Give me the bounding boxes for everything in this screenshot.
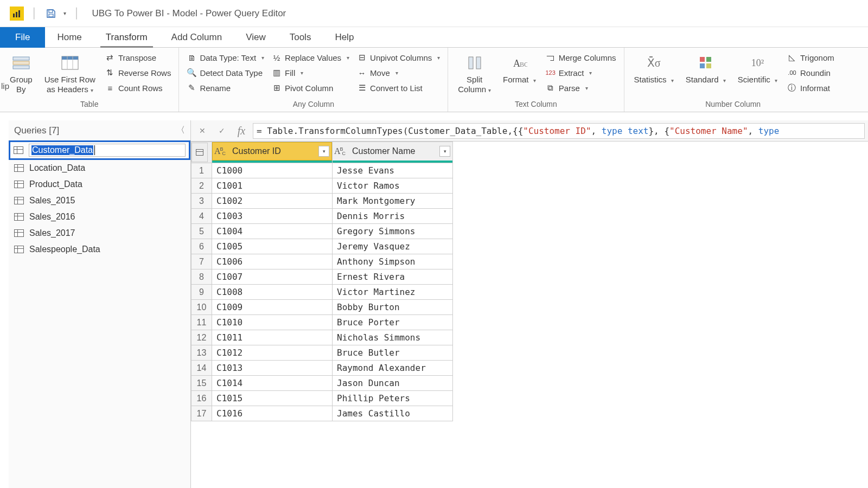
tab-tools[interactable]: Tools [278, 27, 323, 48]
ribbon-group-number-column: X̄σ Statistics ▾ Standard ▾ 10² Scientif… [624, 48, 842, 112]
svg-rect-6 [13, 61, 29, 65]
group-label-number-column: Number Column [624, 98, 842, 112]
svg-rect-0 [13, 14, 15, 17]
split-icon [465, 53, 484, 73]
tab-transform[interactable]: Transform [94, 27, 159, 48]
transpose-button[interactable]: ⇄Transpose [103, 51, 174, 64]
standard-label: Standard [686, 75, 719, 84]
headers-icon [60, 53, 80, 73]
trig-icon: ◺ [787, 53, 797, 62]
svg-rect-13 [476, 57, 481, 69]
info-icon: ⓘ [787, 83, 797, 93]
format-button[interactable]: ABC Format ▾ [499, 51, 540, 87]
list-icon: ☰ [357, 83, 367, 93]
qat-dropdown-icon[interactable]: ▾ [63, 10, 66, 16]
split-column-label: Split Column [458, 75, 486, 94]
save-button[interactable] [45, 8, 57, 20]
replace-values-button[interactable]: ½Replace Values▾ [270, 51, 352, 64]
ribbon-group-text-column: Split Column▾ ABC Format ▾ ⫎Merge Column… [448, 48, 624, 112]
split-column-button[interactable]: Split Column▾ [454, 51, 495, 97]
chevron-down-icon: ▾ [395, 70, 398, 76]
extract-button[interactable]: 123Extract▾ [544, 66, 618, 79]
extract-label: Extract [559, 68, 584, 78]
separator-icon: │ [73, 8, 81, 19]
scientific-label: Scientific [738, 75, 770, 84]
detect-type-label: Detect Data Type [200, 68, 263, 78]
tab-file[interactable]: File [0, 27, 45, 48]
statistics-button[interactable]: X̄σ Statistics ▾ [630, 51, 678, 87]
svg-rect-1 [16, 12, 17, 17]
title-bar: │ ▾ │ UBG To Power BI - Model - Power Qu… [0, 0, 868, 27]
standard-button[interactable]: Standard ▾ [681, 51, 730, 87]
svg-rect-7 [13, 66, 29, 69]
convert-list-button[interactable]: ☰Convert to List [355, 81, 442, 94]
parse-button[interactable]: ⧉Parse▾ [544, 81, 618, 94]
pivot-button[interactable]: ⊞Pivot Column [270, 81, 352, 94]
statistics-icon: X̄σ [644, 53, 663, 73]
reverse-icon: ⇅ [105, 68, 115, 78]
rename-label: Rename [200, 84, 231, 93]
svg-rect-4 [49, 14, 53, 17]
app-icon [10, 7, 24, 21]
svg-rect-19 [706, 63, 711, 68]
unpivot-button[interactable]: ⊟Unpivot Columns▾ [355, 51, 442, 64]
extract-icon: 123 [546, 68, 556, 78]
standard-icon [696, 53, 716, 73]
group-label-any-column: Any Column [179, 98, 448, 112]
merge-columns-label: Merge Columns [559, 53, 616, 62]
move-button[interactable]: ↔Move▾ [355, 66, 442, 79]
svg-rect-9 [62, 56, 78, 60]
tab-add-column[interactable]: Add Column [159, 27, 234, 48]
merge-columns-button[interactable]: ⫎Merge Columns [544, 51, 618, 64]
use-first-row-label: Use First Row as Headers [44, 75, 95, 94]
group-by-icon [11, 53, 31, 73]
svg-text:BC: BC [520, 61, 527, 68]
tab-home[interactable]: Home [45, 27, 93, 48]
parse-label: Parse [559, 84, 580, 93]
merge-icon: ⫎ [546, 53, 556, 62]
format-icon: ABC [509, 53, 529, 73]
data-type-icon: 🗎 [187, 53, 196, 62]
tab-help[interactable]: Help [323, 27, 366, 48]
group-label-table: Table [0, 98, 178, 112]
group-by-button[interactable]: Group By [5, 51, 37, 97]
data-type-button[interactable]: 🗎Data Type: Text▾ [184, 51, 266, 64]
transpose-icon: ⇄ [105, 53, 115, 62]
replace-values-label: Replace Values [285, 53, 341, 62]
svg-rect-18 [700, 63, 705, 68]
ribbon-tab-strip: File Home Transform Add Column View Tool… [0, 27, 868, 48]
parse-icon: ⧉ [546, 83, 556, 93]
rounding-button[interactable]: .00Roundin [785, 66, 837, 79]
chevron-down-icon: ▾ [775, 78, 777, 84]
svg-rect-17 [706, 57, 711, 62]
pivot-label: Pivot Column [285, 84, 333, 93]
trig-button[interactable]: ◺Trigonom [785, 51, 837, 64]
scientific-button[interactable]: 10² Scientific ▾ [733, 51, 782, 87]
unpivot-label: Unpivot Columns [370, 53, 432, 62]
ribbon: Group By Use First Row as Headers▾ ⇄Tran… [0, 48, 868, 112]
chevron-down-icon: ▾ [301, 70, 303, 76]
format-label: Format [503, 75, 529, 84]
chevron-down-icon: ▾ [437, 55, 440, 61]
fill-button[interactable]: ▥Fill▾ [270, 66, 352, 79]
chevron-down-icon: ▾ [488, 87, 491, 93]
tab-view[interactable]: View [234, 27, 278, 48]
count-rows-label: Count Rows [118, 84, 163, 93]
reverse-rows-label: Reverse Rows [118, 68, 171, 78]
convert-list-label: Convert to List [370, 84, 423, 93]
chevron-down-icon: ▾ [671, 78, 674, 84]
clipboard-label-fragment: lip [1, 81, 9, 91]
window-title: UBG To Power BI - Model - Power Query Ed… [92, 8, 286, 19]
chevron-down-icon: ▾ [723, 78, 726, 84]
detect-type-button[interactable]: 🔍Detect Data Type [184, 66, 266, 79]
count-icon: ≡ [105, 83, 115, 93]
ribbon-group-any-column: 🗎Data Type: Text▾ 🔍Detect Data Type ✎Ren… [179, 48, 448, 112]
move-icon: ↔ [357, 68, 367, 78]
rename-button[interactable]: ✎Rename [184, 81, 266, 94]
information-button[interactable]: ⓘInformat [785, 81, 837, 94]
svg-rect-5 [13, 57, 29, 60]
reverse-rows-button[interactable]: ⇅Reverse Rows [103, 66, 174, 79]
count-rows-button[interactable]: ≡Count Rows [103, 81, 174, 94]
statistics-label: Statistics [634, 75, 667, 84]
use-first-row-button[interactable]: Use First Row as Headers▾ [40, 51, 100, 97]
